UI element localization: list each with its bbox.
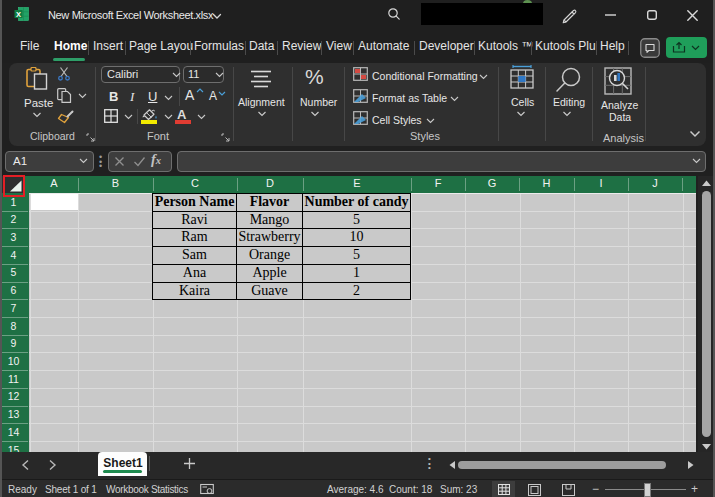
- svg-text:X: X: [16, 10, 21, 19]
